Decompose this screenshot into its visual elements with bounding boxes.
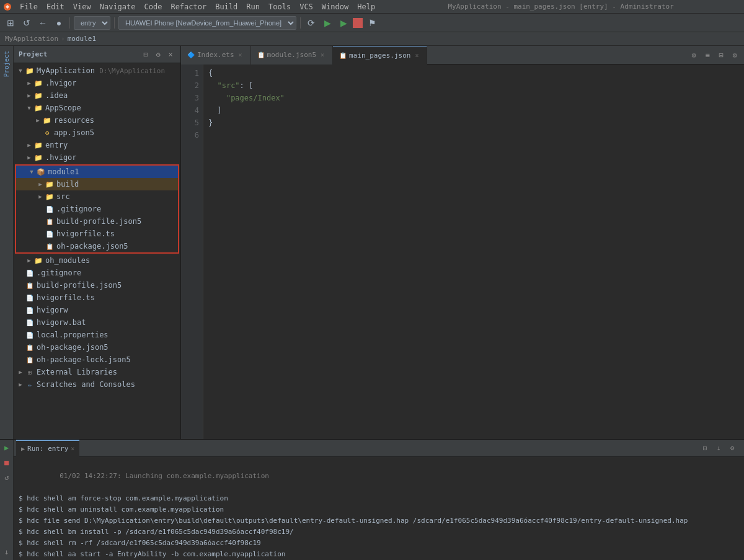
menu-vcs[interactable]: VCS bbox=[296, 1, 317, 12]
menu-edit[interactable]: Edit bbox=[43, 1, 68, 12]
tree-item-entry[interactable]: ▶ 📁 entry bbox=[14, 139, 180, 151]
tree-item-ohpackage-root[interactable]: 📋 oh-package.json5 bbox=[14, 341, 180, 353]
tree-label-idea: .idea bbox=[45, 91, 68, 100]
panel-close-icon[interactable]: × bbox=[166, 50, 175, 60]
tree-item-ohmodules[interactable]: ▶ 📁 oh_modules bbox=[14, 254, 180, 267]
toolbar-stop-btn[interactable] bbox=[353, 18, 363, 28]
tab-gear-icon[interactable]: ⚙ bbox=[729, 50, 740, 61]
tab-settings-icon[interactable]: ⚙ bbox=[688, 50, 699, 61]
tree-item-hvigorfile-m1[interactable]: 📄 hvigorfile.ts bbox=[16, 228, 178, 240]
bottom-tab-run[interactable]: ▶ Run: entry × bbox=[16, 440, 79, 457]
panel-settings-icon[interactable]: ⚙ bbox=[153, 50, 163, 60]
toolbar-sep1 bbox=[69, 17, 70, 29]
console-scroll-icon[interactable]: ↓ bbox=[713, 443, 724, 454]
tree-root[interactable]: ▼ 📁 MyApplication D:\MyApplication bbox=[14, 64, 180, 77]
tree-item-gitignore-m1[interactable]: 📄 .gitignore bbox=[16, 203, 178, 215]
menu-window[interactable]: Window bbox=[318, 1, 352, 12]
run-config-dropdown[interactable]: entry bbox=[74, 16, 110, 30]
code-content[interactable]: { "src": [ "pages/Index" ] } bbox=[203, 64, 744, 439]
menu-build[interactable]: Build bbox=[211, 1, 241, 12]
bottom-content: ▶ Run: entry × ⊟ ↓ ⚙ 01/02 14:22:27: Lau… bbox=[14, 440, 744, 560]
tab-index-ets[interactable]: 🔷 Index.ets × bbox=[181, 46, 251, 64]
tab-close-main-pages-json[interactable]: × bbox=[413, 51, 420, 59]
tab-main-pages-json[interactable]: 📋 main_pages.json × bbox=[333, 46, 427, 64]
menu-help[interactable]: Help bbox=[353, 1, 379, 12]
tree-item-appjson[interactable]: ⚙ app.json5 bbox=[14, 127, 180, 139]
tree-item-src[interactable]: ▶ 📁 src bbox=[16, 190, 178, 203]
tree-item-localprops[interactable]: 📄 local.properties bbox=[14, 329, 180, 341]
tree-arrow-hvigor2: ▶ bbox=[25, 154, 33, 161]
console-line-6: $ hdc shell aa start -a EntryAbility -b … bbox=[19, 549, 739, 560]
tree-item-ohpackagelock[interactable]: 📋 oh-package-lock.json5 bbox=[14, 353, 180, 366]
file-icon-ohpackage-root: 📋 bbox=[25, 342, 35, 352]
tree-item-scratches[interactable]: ▶ ✏ Scratches and Consoles bbox=[14, 378, 180, 391]
tree-item-hvigor2[interactable]: ▶ 📁 .hvigor bbox=[14, 151, 180, 164]
tree-arrow-root: ▼ bbox=[16, 68, 25, 74]
tree-item-hvigorw[interactable]: 📄 hvigorw bbox=[14, 304, 180, 316]
tree-item-buildprofile-m1[interactable]: 📋 build-profile.json5 bbox=[16, 215, 178, 228]
tree-label-ohmodules: oh_modules bbox=[45, 256, 90, 265]
tab-close-module-json5[interactable]: × bbox=[319, 51, 326, 59]
toolbar-refresh-btn[interactable]: ↺ bbox=[20, 16, 33, 30]
run-icon-1[interactable]: ▶ bbox=[1, 442, 12, 453]
run-tab-icon: ▶ bbox=[21, 445, 25, 452]
tree-label-appscope: AppScope bbox=[45, 104, 81, 112]
console-line-0: 01/02 14:22:27: Launching com.example.my… bbox=[19, 460, 739, 493]
menu-navigate[interactable]: Navigate bbox=[96, 1, 140, 12]
tree-item-idea[interactable]: ▶ 📁 .idea bbox=[14, 89, 180, 102]
code-line-4: ] bbox=[208, 104, 739, 117]
tree-item-hvigorfile-root[interactable]: 📄 hvigorfile.ts bbox=[14, 291, 180, 304]
tab-module-json5[interactable]: 📋 module.json5 × bbox=[251, 46, 333, 64]
tab-layout-icon[interactable]: ≡ bbox=[702, 50, 713, 61]
tree-item-hvigorwbat[interactable]: 📄 hvigorw.bat bbox=[14, 316, 180, 329]
folder-icon-build: 📁 bbox=[45, 179, 55, 189]
tree-item-resources[interactable]: ▶ 📁 resources bbox=[14, 114, 180, 127]
run-tab-close[interactable]: × bbox=[71, 445, 74, 452]
run-icon-stop[interactable]: ■ bbox=[1, 457, 12, 468]
breadcrumb-app[interactable]: MyApplication bbox=[5, 35, 58, 43]
menu-refactor[interactable]: Refactor bbox=[167, 1, 210, 12]
project-tab[interactable]: Project bbox=[3, 48, 10, 79]
menu-run[interactable]: Run bbox=[242, 1, 264, 12]
toolbar-forward-btn[interactable]: ● bbox=[52, 16, 66, 30]
tree-item-ohpackage-m1[interactable]: 📋 oh-package.json5 bbox=[16, 240, 178, 252]
breadcrumb-module[interactable]: module1 bbox=[68, 35, 96, 43]
toolbar-back-btn[interactable]: ← bbox=[36, 16, 50, 30]
bottom-panel-inner: ▶ ■ ↺ ↓ ▶ Run: entry × ⊟ ↓ ⚙ bbox=[0, 440, 744, 560]
console-settings-icon[interactable]: ⚙ bbox=[727, 443, 738, 454]
tree-item-buildprofile-root[interactable]: 📋 build-profile.json5 bbox=[14, 279, 180, 291]
run-icon-rerun[interactable]: ↺ bbox=[1, 472, 12, 483]
tree-label-module1: module1 bbox=[48, 167, 79, 176]
panel-collapse-icon[interactable]: ⊟ bbox=[141, 50, 151, 60]
console-filter-icon[interactable]: ⊟ bbox=[699, 443, 711, 454]
folder-icon-root: 📁 bbox=[25, 66, 35, 76]
console-area: 01/02 14:22:27: Launching com.example.my… bbox=[14, 457, 744, 560]
toolbar-sync-btn[interactable]: ⟳ bbox=[304, 16, 318, 30]
icon-scratches: ✏ bbox=[25, 380, 35, 389]
toolbar-recent-btn[interactable]: ⊞ bbox=[4, 16, 17, 30]
icon-extlibs: ⊞ bbox=[25, 367, 35, 377]
run-icon-close[interactable]: ↓ bbox=[1, 546, 12, 558]
tab-split-icon[interactable]: ⊟ bbox=[715, 50, 727, 61]
menu-tools[interactable]: Tools bbox=[265, 1, 294, 12]
tree-arrow-entry: ▶ bbox=[25, 142, 33, 148]
tree-item-appscope[interactable]: ▼ 📁 AppScope bbox=[14, 102, 180, 114]
tree-arrow-resources: ▶ bbox=[33, 117, 42, 123]
tree-item-gitignore-root[interactable]: 📄 .gitignore bbox=[14, 267, 180, 279]
tree-item-build[interactable]: ▶ 📁 build bbox=[16, 178, 178, 190]
toolbar-build-btn[interactable]: ▶ bbox=[321, 16, 334, 30]
menu-code[interactable]: Code bbox=[141, 1, 166, 12]
menu-file[interactable]: File bbox=[16, 1, 42, 12]
toolbar-coverage-btn[interactable]: ⚑ bbox=[365, 16, 379, 30]
menu-view[interactable]: View bbox=[69, 1, 95, 12]
tree-item-module1[interactable]: ▼ 📦 module1 bbox=[16, 166, 178, 178]
tree-label-hvigorwbat: hvigorw.bat bbox=[37, 318, 86, 327]
tree-item-hvigor1[interactable]: ▶ 📁 .hvigor bbox=[14, 77, 180, 89]
tree-item-extlibs[interactable]: ▶ ⊞ External Libraries bbox=[14, 366, 180, 378]
tree-label-hvigor1: .hvigor bbox=[45, 79, 77, 87]
tree-label-ohpackage-m1: oh-package.json5 bbox=[56, 242, 128, 251]
device-dropdown[interactable]: HUAWEI Phone [NewDevice_from_Huawei_Phon… bbox=[118, 16, 296, 30]
main-content: Project Project ⊟ ⚙ × ▼ 📁 MyApplication … bbox=[0, 46, 744, 439]
toolbar-debug-btn[interactable]: ▶ bbox=[337, 16, 350, 30]
tab-close-index-ets[interactable]: × bbox=[237, 51, 244, 59]
